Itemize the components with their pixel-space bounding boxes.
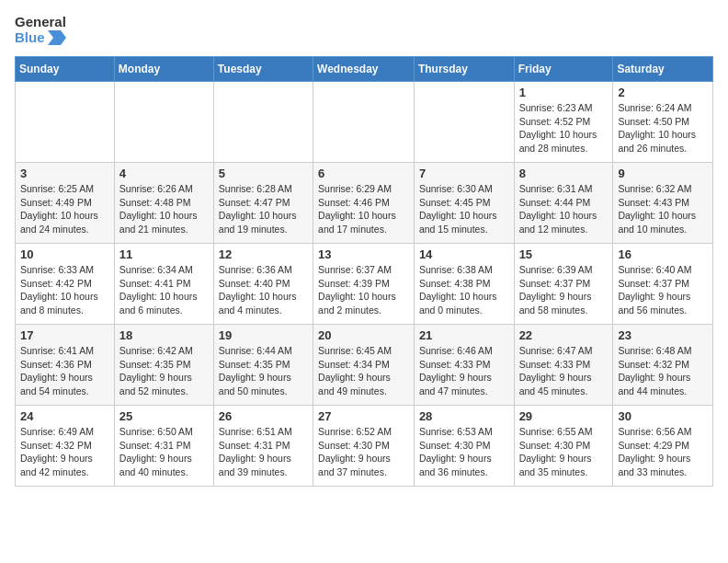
day-info: Sunrise: 6:26 AMSunset: 4:48 PMDaylight:… <box>119 182 209 236</box>
calendar-cell: 6Sunrise: 6:29 AMSunset: 4:46 PMDaylight… <box>313 163 415 244</box>
day-info: Sunrise: 6:51 AMSunset: 4:31 PMDaylight:… <box>219 425 308 479</box>
calendar-cell: 29Sunrise: 6:55 AMSunset: 4:30 PMDayligh… <box>514 406 613 487</box>
weekday-header: Tuesday <box>213 57 313 82</box>
calendar-cell: 13Sunrise: 6:37 AMSunset: 4:39 PMDayligh… <box>313 244 415 325</box>
calendar-cell: 16Sunrise: 6:40 AMSunset: 4:37 PMDayligh… <box>613 244 713 325</box>
calendar-cell: 27Sunrise: 6:52 AMSunset: 4:30 PMDayligh… <box>313 406 415 487</box>
calendar-cell: 18Sunrise: 6:42 AMSunset: 4:35 PMDayligh… <box>114 325 213 406</box>
calendar-table: SundayMondayTuesdayWednesdayThursdayFrid… <box>15 56 713 487</box>
day-info: Sunrise: 6:39 AMSunset: 4:37 PMDaylight:… <box>519 263 609 317</box>
calendar-cell: 30Sunrise: 6:56 AMSunset: 4:29 PMDayligh… <box>613 406 713 487</box>
calendar-cell: 7Sunrise: 6:30 AMSunset: 4:45 PMDaylight… <box>414 163 514 244</box>
logo-general: General <box>15 15 66 30</box>
day-number: 19 <box>219 328 308 342</box>
day-number: 21 <box>419 328 509 342</box>
day-info: Sunrise: 6:55 AMSunset: 4:30 PMDaylight:… <box>519 425 609 479</box>
logo-arrow-icon <box>48 30 66 45</box>
page-header: General Blue <box>15 15 713 45</box>
day-number: 7 <box>419 167 509 180</box>
calendar-cell: 3Sunrise: 6:25 AMSunset: 4:49 PMDaylight… <box>16 163 115 244</box>
day-info: Sunrise: 6:25 AMSunset: 4:49 PMDaylight:… <box>20 182 109 236</box>
calendar-cell: 15Sunrise: 6:39 AMSunset: 4:37 PMDayligh… <box>514 244 613 325</box>
calendar-header-row: SundayMondayTuesdayWednesdayThursdayFrid… <box>16 57 713 82</box>
day-info: Sunrise: 6:30 AMSunset: 4:45 PMDaylight:… <box>419 182 509 236</box>
day-info: Sunrise: 6:44 AMSunset: 4:35 PMDaylight:… <box>219 344 308 398</box>
calendar-cell: 21Sunrise: 6:46 AMSunset: 4:33 PMDayligh… <box>414 325 514 406</box>
day-number: 10 <box>20 247 109 261</box>
day-number: 5 <box>219 167 308 180</box>
day-info: Sunrise: 6:42 AMSunset: 4:35 PMDaylight:… <box>119 344 209 398</box>
calendar-week-row: 10Sunrise: 6:33 AMSunset: 4:42 PMDayligh… <box>16 244 713 325</box>
day-info: Sunrise: 6:53 AMSunset: 4:30 PMDaylight:… <box>419 425 509 479</box>
weekday-header: Sunday <box>16 57 115 82</box>
calendar-cell: 1Sunrise: 6:23 AMSunset: 4:52 PMDaylight… <box>514 82 613 163</box>
day-info: Sunrise: 6:38 AMSunset: 4:38 PMDaylight:… <box>419 263 509 317</box>
calendar-week-row: 17Sunrise: 6:41 AMSunset: 4:36 PMDayligh… <box>16 325 713 406</box>
weekday-header: Saturday <box>613 57 713 82</box>
calendar-cell: 24Sunrise: 6:49 AMSunset: 4:32 PMDayligh… <box>16 406 115 487</box>
svg-marker-0 <box>48 30 66 45</box>
calendar-cell: 23Sunrise: 6:48 AMSunset: 4:32 PMDayligh… <box>613 325 713 406</box>
day-number: 9 <box>618 167 708 180</box>
day-info: Sunrise: 6:48 AMSunset: 4:32 PMDaylight:… <box>618 344 708 398</box>
calendar-cell <box>114 82 213 163</box>
logo: General Blue <box>15 15 66 45</box>
day-number: 23 <box>618 328 708 342</box>
calendar-cell: 12Sunrise: 6:36 AMSunset: 4:40 PMDayligh… <box>213 244 313 325</box>
day-number: 15 <box>519 247 609 261</box>
day-info: Sunrise: 6:32 AMSunset: 4:43 PMDaylight:… <box>618 182 708 236</box>
day-number: 6 <box>318 167 409 180</box>
calendar-cell: 4Sunrise: 6:26 AMSunset: 4:48 PMDaylight… <box>114 163 213 244</box>
day-info: Sunrise: 6:52 AMSunset: 4:30 PMDaylight:… <box>318 425 409 479</box>
day-number: 25 <box>119 409 209 423</box>
day-number: 16 <box>618 247 708 261</box>
day-number: 17 <box>20 328 109 342</box>
day-info: Sunrise: 6:45 AMSunset: 4:34 PMDaylight:… <box>318 344 409 398</box>
day-info: Sunrise: 6:28 AMSunset: 4:47 PMDaylight:… <box>219 182 308 236</box>
calendar-week-row: 24Sunrise: 6:49 AMSunset: 4:32 PMDayligh… <box>16 406 713 487</box>
day-number: 27 <box>318 409 409 423</box>
day-info: Sunrise: 6:24 AMSunset: 4:50 PMDaylight:… <box>618 101 708 155</box>
day-number: 14 <box>419 247 509 261</box>
day-info: Sunrise: 6:29 AMSunset: 4:46 PMDaylight:… <box>318 182 409 236</box>
day-info: Sunrise: 6:33 AMSunset: 4:42 PMDaylight:… <box>20 263 109 317</box>
calendar-week-row: 1Sunrise: 6:23 AMSunset: 4:52 PMDaylight… <box>16 82 713 163</box>
day-info: Sunrise: 6:41 AMSunset: 4:36 PMDaylight:… <box>20 344 109 398</box>
calendar-cell: 17Sunrise: 6:41 AMSunset: 4:36 PMDayligh… <box>16 325 115 406</box>
day-number: 26 <box>219 409 308 423</box>
day-number: 18 <box>119 328 209 342</box>
calendar-cell: 9Sunrise: 6:32 AMSunset: 4:43 PMDaylight… <box>613 163 713 244</box>
day-info: Sunrise: 6:23 AMSunset: 4:52 PMDaylight:… <box>519 101 609 155</box>
day-info: Sunrise: 6:31 AMSunset: 4:44 PMDaylight:… <box>519 182 609 236</box>
weekday-header: Thursday <box>414 57 514 82</box>
day-info: Sunrise: 6:37 AMSunset: 4:39 PMDaylight:… <box>318 263 409 317</box>
day-number: 8 <box>519 167 609 180</box>
day-info: Sunrise: 6:56 AMSunset: 4:29 PMDaylight:… <box>618 425 708 479</box>
calendar-cell: 5Sunrise: 6:28 AMSunset: 4:47 PMDaylight… <box>213 163 313 244</box>
day-info: Sunrise: 6:36 AMSunset: 4:40 PMDaylight:… <box>219 263 308 317</box>
calendar-cell <box>414 82 514 163</box>
calendar-cell <box>313 82 415 163</box>
calendar-cell: 28Sunrise: 6:53 AMSunset: 4:30 PMDayligh… <box>414 406 514 487</box>
day-number: 12 <box>219 247 308 261</box>
day-info: Sunrise: 6:50 AMSunset: 4:31 PMDaylight:… <box>119 425 209 479</box>
day-info: Sunrise: 6:49 AMSunset: 4:32 PMDaylight:… <box>20 425 109 479</box>
day-number: 28 <box>419 409 509 423</box>
calendar-cell: 26Sunrise: 6:51 AMSunset: 4:31 PMDayligh… <box>213 406 313 487</box>
day-number: 4 <box>119 167 209 180</box>
calendar-cell <box>213 82 313 163</box>
calendar-cell: 14Sunrise: 6:38 AMSunset: 4:38 PMDayligh… <box>414 244 514 325</box>
calendar-cell: 10Sunrise: 6:33 AMSunset: 4:42 PMDayligh… <box>16 244 115 325</box>
day-number: 1 <box>519 86 609 99</box>
calendar-week-row: 3Sunrise: 6:25 AMSunset: 4:49 PMDaylight… <box>16 163 713 244</box>
weekday-header: Monday <box>114 57 213 82</box>
day-number: 20 <box>318 328 409 342</box>
calendar-cell: 19Sunrise: 6:44 AMSunset: 4:35 PMDayligh… <box>213 325 313 406</box>
calendar-cell: 22Sunrise: 6:47 AMSunset: 4:33 PMDayligh… <box>514 325 613 406</box>
day-number: 29 <box>519 409 609 423</box>
calendar-cell: 11Sunrise: 6:34 AMSunset: 4:41 PMDayligh… <box>114 244 213 325</box>
day-number: 3 <box>20 167 109 180</box>
day-number: 22 <box>519 328 609 342</box>
day-number: 11 <box>119 247 209 261</box>
day-number: 2 <box>618 86 708 99</box>
